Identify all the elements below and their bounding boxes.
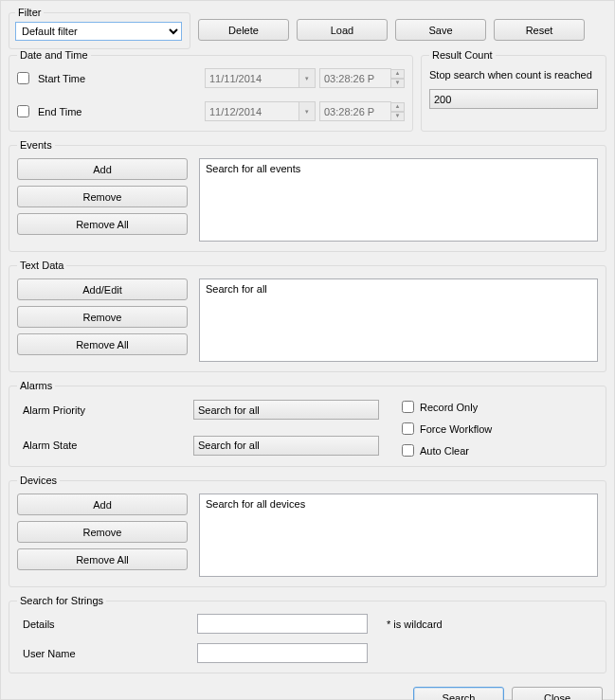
start-time-label: Start Time: [38, 73, 104, 84]
end-time-input: [319, 101, 391, 121]
strings-legend: Search for Strings: [17, 595, 106, 606]
result-count-legend: Result Count: [429, 49, 496, 61]
reset-button[interactable]: Reset: [494, 19, 585, 41]
devices-legend: Devices: [17, 475, 60, 486]
spinner-icon: ▲▼: [390, 69, 405, 88]
force-workflow-label: Force Workflow: [420, 423, 492, 435]
devices-remove-all-button[interactable]: Remove All: [17, 548, 188, 570]
search-button[interactable]: Search: [413, 687, 504, 700]
filter-select[interactable]: Default filter: [15, 22, 182, 41]
filter-legend: Filter: [15, 7, 44, 18]
load-button[interactable]: Load: [297, 19, 388, 41]
end-time-checkbox[interactable]: [17, 105, 29, 117]
events-legend: Events: [17, 139, 55, 151]
datetime-legend: Date and Time: [17, 49, 91, 61]
start-time-checkbox[interactable]: [17, 72, 29, 84]
events-remove-button[interactable]: Remove: [17, 186, 188, 207]
result-count-fieldset: Result Count Stop search when count is r…: [421, 49, 606, 132]
events-listbox[interactable]: Search for all events: [199, 158, 598, 242]
strings-fieldset: Search for Strings Details * is wildcard…: [9, 595, 606, 673]
devices-fieldset: Devices Add Remove Remove All Search for…: [9, 475, 606, 587]
wildcard-hint: * is wildcard: [387, 619, 598, 630]
alarms-fieldset: Alarms Alarm Priority Search for all Ala…: [9, 380, 606, 467]
end-date-input: [205, 101, 299, 121]
events-list-item: Search for all events: [206, 163, 591, 174]
textdata-remove-button[interactable]: Remove: [17, 306, 188, 328]
details-input[interactable]: [197, 614, 368, 634]
events-fieldset: Events Add Remove Remove All Search for …: [9, 139, 606, 252]
alarm-priority-select[interactable]: Search for all: [193, 400, 379, 420]
delete-button[interactable]: Delete: [198, 19, 289, 41]
close-button[interactable]: Close: [512, 687, 603, 700]
force-workflow-checkbox[interactable]: [402, 422, 414, 435]
dropdown-icon: ▾: [299, 101, 316, 121]
devices-remove-button[interactable]: Remove: [17, 521, 188, 543]
textdata-listbox[interactable]: Search for all: [199, 278, 598, 362]
spinner-icon: ▲▼: [390, 102, 405, 121]
events-remove-all-button[interactable]: Remove All: [17, 213, 188, 235]
filter-dialog: { "filter": { "legend": "Filter", "selec…: [0, 0, 615, 700]
record-only-label: Record Only: [420, 402, 478, 413]
result-count-text: Stop search when count is reached: [429, 68, 598, 81]
alarm-state-select[interactable]: Search for all: [193, 436, 379, 456]
details-label: Details: [17, 619, 188, 630]
devices-list-item: Search for all devices: [206, 498, 591, 510]
save-button[interactable]: Save: [395, 19, 486, 41]
filter-fieldset: Filter Default filter: [9, 7, 190, 49]
devices-add-button[interactable]: Add: [17, 494, 188, 515]
start-date-input: [205, 68, 299, 88]
textdata-addedit-button[interactable]: Add/Edit: [17, 278, 188, 300]
username-label: User Name: [17, 648, 188, 659]
result-count-select[interactable]: 200: [429, 89, 598, 109]
textdata-remove-all-button[interactable]: Remove All: [17, 333, 188, 355]
alarm-state-label: Alarm State: [17, 440, 184, 451]
alarms-legend: Alarms: [17, 380, 55, 391]
dropdown-icon: ▾: [299, 68, 316, 88]
username-input[interactable]: [197, 643, 368, 663]
datetime-fieldset: Date and Time Start Time ▾ ▲▼ End Time ▾: [9, 49, 413, 132]
auto-clear-label: Auto Clear: [420, 445, 469, 457]
alarm-priority-label: Alarm Priority: [17, 404, 184, 416]
textdata-list-item: Search for all: [206, 283, 591, 295]
start-time-input: [319, 68, 391, 88]
events-add-button[interactable]: Add: [17, 158, 188, 180]
textdata-fieldset: Text Data Add/Edit Remove Remove All Sea…: [9, 260, 606, 372]
record-only-checkbox[interactable]: [402, 401, 414, 413]
devices-listbox[interactable]: Search for all devices: [199, 494, 598, 577]
textdata-legend: Text Data: [17, 260, 66, 271]
auto-clear-checkbox[interactable]: [402, 444, 414, 457]
end-time-label: End Time: [38, 106, 104, 117]
